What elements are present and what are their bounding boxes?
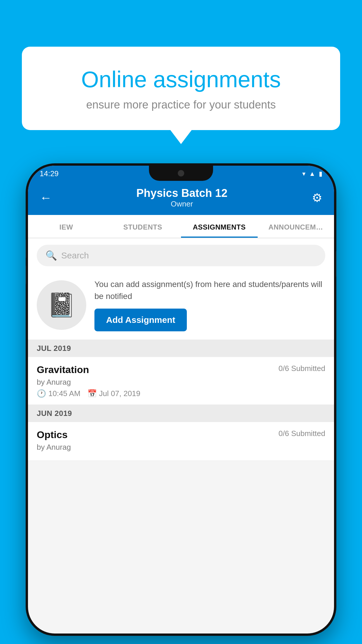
optics-submitted: 0/6 Submitted <box>279 429 325 438</box>
camera <box>178 170 184 176</box>
bubble-title: Online assignments <box>45 67 317 92</box>
header-center: Physics Batch 12 Owner <box>136 187 228 209</box>
search-icon: 🔍 <box>45 250 57 261</box>
tab-overview[interactable]: IEW <box>28 215 105 238</box>
status-time: 14:29 <box>40 169 59 178</box>
promo-icon-circle: 📓 <box>37 280 86 330</box>
tabs-bar: IEW STUDENTS ASSIGNMENTS ANNOUNCEM… <box>28 215 334 238</box>
app-header: ← Physics Batch 12 Owner ⚙ <box>28 182 334 215</box>
assignment-by: by Anurag <box>37 378 325 387</box>
status-icons: ▾ ▲ ▮ <box>302 170 322 178</box>
search-bar[interactable]: 🔍 Search <box>37 245 325 266</box>
bubble-subtitle: ensure more practice for your students <box>45 99 317 111</box>
optics-name: Optics <box>37 429 68 440</box>
battery-icon: ▮ <box>319 170 322 178</box>
batch-name: Physics Batch 12 <box>136 187 228 200</box>
assignment-name: Gravitation <box>37 364 89 375</box>
assignment-date: Jul 07, 2019 <box>99 389 140 398</box>
add-assignment-button[interactable]: Add Assignment <box>94 309 187 331</box>
volume-up-button <box>26 239 26 258</box>
power-button <box>336 251 336 277</box>
content-area: 🔍 Search 📓 You can add assignment(s) fro… <box>28 238 334 461</box>
promo-section: 📓 You can add assignment(s) from here an… <box>28 272 334 340</box>
calendar-icon: 📅 <box>87 389 97 398</box>
tab-students[interactable]: STUDENTS <box>105 215 181 238</box>
clock-icon: 🕐 <box>37 389 46 398</box>
month-header-jul: JUL 2019 <box>28 340 334 357</box>
assignment-meta: 🕐 10:45 AM 📅 Jul 07, 2019 <box>37 389 325 398</box>
assignment-item-optics[interactable]: Optics 0/6 Submitted by Anurag <box>28 422 334 461</box>
optics-by: by Anurag <box>37 443 325 452</box>
optics-header: Optics 0/6 Submitted <box>37 429 325 440</box>
settings-button[interactable]: ⚙ <box>312 191 322 204</box>
search-placeholder: Search <box>61 251 89 260</box>
month-header-jun: JUN 2019 <box>28 405 334 422</box>
notebook-icon: 📓 <box>47 291 76 319</box>
phone-notch <box>149 166 213 181</box>
phone-screen: 14:29 ▾ ▲ ▮ ← Physics Batch 12 Owner ⚙ I… <box>28 166 334 634</box>
date-meta: 📅 Jul 07, 2019 <box>87 389 140 398</box>
assignment-time: 10:45 AM <box>48 389 80 398</box>
wifi-icon: ▾ <box>302 170 305 178</box>
promo-card: Online assignments ensure more practice … <box>22 47 340 130</box>
owner-label: Owner <box>136 200 228 209</box>
volume-down-button <box>26 265 26 284</box>
tab-announcements[interactable]: ANNOUNCEM… <box>258 215 334 238</box>
speech-bubble: Online assignments ensure more practice … <box>22 47 340 130</box>
phone-frame: 14:29 ▾ ▲ ▮ ← Physics Batch 12 Owner ⚙ I… <box>26 163 336 636</box>
assignment-submitted: 0/6 Submitted <box>279 364 325 373</box>
back-button[interactable]: ← <box>40 191 52 205</box>
promo-text: You can add assignment(s) from here and … <box>94 279 325 302</box>
tab-assignments[interactable]: ASSIGNMENTS <box>181 215 258 238</box>
time-meta: 🕐 10:45 AM <box>37 389 80 398</box>
promo-content: You can add assignment(s) from here and … <box>94 279 325 331</box>
signal-icon: ▲ <box>309 170 315 178</box>
assignment-header: Gravitation 0/6 Submitted <box>37 364 325 375</box>
assignment-item-gravitation[interactable]: Gravitation 0/6 Submitted by Anurag 🕐 10… <box>28 357 334 405</box>
